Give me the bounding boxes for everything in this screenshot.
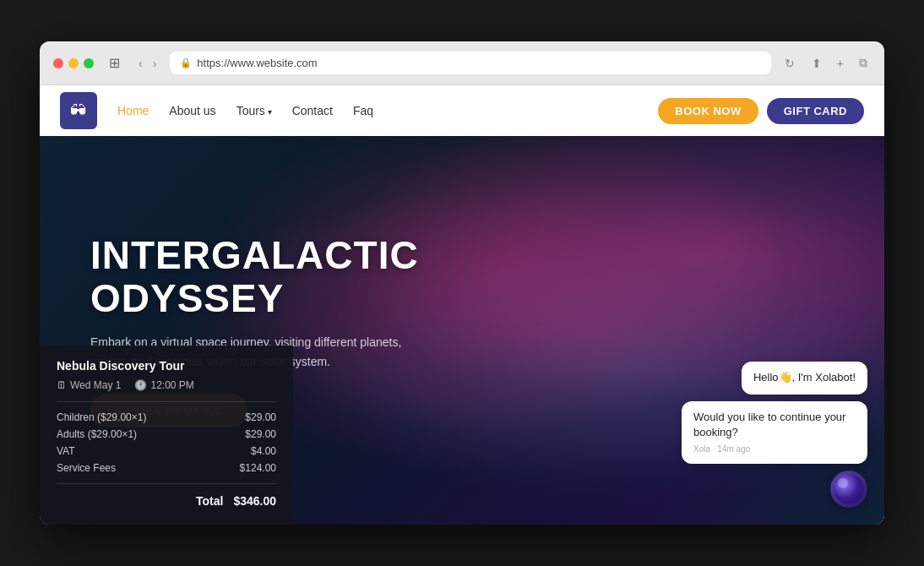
- adults-value: $29.00: [245, 428, 276, 440]
- booking-line-adults: Adults ($29.00×1) $29.00: [57, 426, 276, 443]
- nav-faq[interactable]: Faq: [353, 104, 373, 117]
- sidebar-toggle-button[interactable]: ⊞: [104, 53, 125, 73]
- close-button[interactable]: [53, 58, 63, 68]
- total-value: $346.00: [233, 494, 276, 508]
- service-value: $124.00: [240, 462, 276, 474]
- total-label: Total: [196, 494, 223, 508]
- browser-window: ⊞ ‹ › 🔒 https://www.website.com ↻ ⬆ + ⧉ …: [40, 41, 884, 525]
- nav-contact[interactable]: Contact: [292, 104, 333, 117]
- chat-avatar-button[interactable]: [830, 471, 867, 508]
- booking-divider-top: [57, 401, 276, 402]
- address-bar[interactable]: 🔒 https://www.website.com: [170, 52, 770, 74]
- chat-bubble-greeting: Hello👋, I'm Xolabot!: [742, 362, 867, 394]
- booking-card-meta: 🗓 Wed May 1 🕐 12:00 PM: [57, 379, 276, 391]
- tabs-button[interactable]: ⧉: [856, 54, 871, 72]
- hero-section: INTERGALACTIC ODYSSEY Embark on a virtua…: [40, 136, 884, 525]
- lock-icon: 🔒: [180, 57, 192, 68]
- chat-question-text: Would you like to continue your booking?: [693, 411, 845, 438]
- website-content: 🕶 Home About us Tours Contact Faq BOOK N…: [40, 85, 884, 525]
- new-tab-button[interactable]: +: [834, 55, 847, 72]
- chat-widget: Hello👋, I'm Xolabot! Would you like to c…: [682, 362, 867, 508]
- nav-tours[interactable]: Tours: [236, 104, 272, 117]
- booking-date: 🗓 Wed May 1: [57, 379, 121, 391]
- book-now-button[interactable]: BOOK NOW: [658, 98, 758, 124]
- nav-links: Home About us Tours Contact Faq: [117, 104, 658, 117]
- hero-title: INTERGALACTIC ODYSSEY: [90, 234, 530, 319]
- adults-label: Adults ($29.00×1): [57, 428, 137, 440]
- booking-time: 🕐 12:00 PM: [134, 379, 193, 391]
- browser-actions: ⬆ + ⧉: [808, 54, 871, 72]
- share-button[interactable]: ⬆: [808, 55, 825, 72]
- clock-icon: 🕐: [134, 379, 147, 391]
- navbar-actions: BOOK NOW GIFT CARD: [658, 98, 864, 124]
- maximize-button[interactable]: [84, 58, 94, 68]
- vat-value: $4.00: [251, 445, 276, 457]
- minimize-button[interactable]: [68, 58, 79, 68]
- booking-divider-bottom: [57, 483, 276, 484]
- booking-card: Nebula Discovery Tour 🗓 Wed May 1 🕐 12:0…: [40, 346, 293, 525]
- forward-button[interactable]: ›: [149, 55, 160, 72]
- chat-meta: Xola · 14m ago: [693, 444, 856, 455]
- traffic-lights: [53, 58, 94, 68]
- browser-chrome: ⊞ ‹ › 🔒 https://www.website.com ↻ ⬆ + ⧉: [40, 41, 884, 85]
- service-label: Service Fees: [57, 462, 116, 474]
- navbar: 🕶 Home About us Tours Contact Faq BOOK N…: [40, 85, 884, 136]
- chat-avatar-image: [834, 474, 864, 504]
- booking-total: Total $346.00: [57, 491, 276, 508]
- children-value: $29.00: [245, 411, 276, 423]
- reload-button[interactable]: ↻: [781, 55, 798, 72]
- vat-label: VAT: [57, 445, 75, 457]
- chat-bubble-question: Would you like to continue your booking?…: [682, 401, 867, 464]
- children-label: Children ($29.00×1): [57, 411, 146, 423]
- booking-line-children: Children ($29.00×1) $29.00: [57, 409, 276, 426]
- booking-line-vat: VAT $4.00: [57, 443, 276, 460]
- logo-icon: 🕶: [70, 101, 87, 121]
- calendar-icon: 🗓: [57, 379, 67, 391]
- nav-home[interactable]: Home: [117, 104, 149, 117]
- booking-line-service: Service Fees $124.00: [57, 460, 276, 476]
- nav-buttons: ‹ ›: [135, 55, 160, 72]
- gift-card-button[interactable]: GIFT CARD: [767, 98, 864, 124]
- booking-tour-name: Nebula Discovery Tour: [57, 359, 276, 373]
- nav-about[interactable]: About us: [169, 104, 215, 117]
- logo: 🕶: [60, 92, 97, 129]
- back-button[interactable]: ‹: [135, 55, 146, 72]
- url-text: https://www.website.com: [197, 57, 317, 69]
